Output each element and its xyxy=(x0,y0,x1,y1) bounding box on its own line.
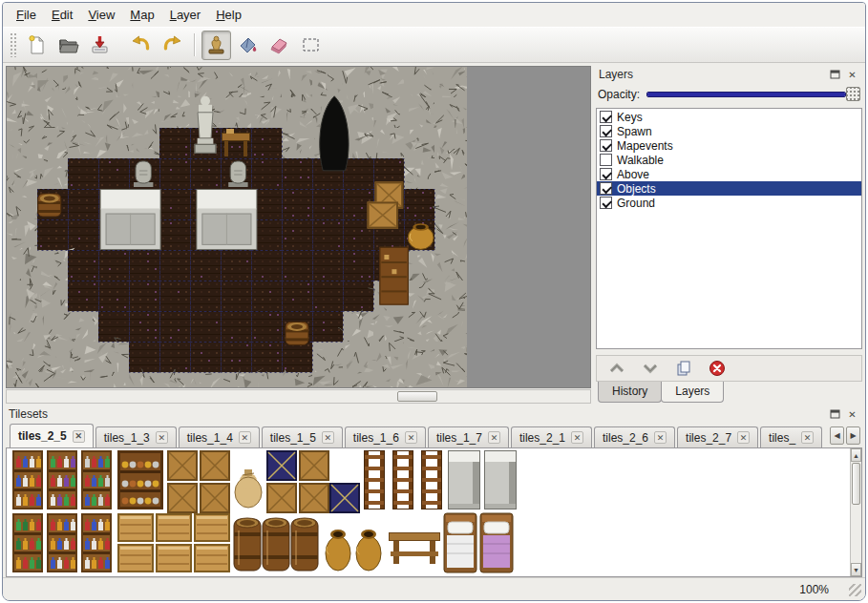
layer-visibility-checkbox[interactable] xyxy=(600,125,612,137)
horizontal-scrollbar-thumb[interactable] xyxy=(397,391,437,402)
tileset-tab-tiles_1_3[interactable]: tiles_1_3✕ xyxy=(95,426,177,447)
tab-close-icon[interactable]: ✕ xyxy=(239,431,251,444)
tileset-tab-tiles_1_4[interactable]: tiles_1_4✕ xyxy=(179,426,260,447)
tileset-tabs: tiles_2_5✕tiles_1_3✕tiles_1_4✕tiles_1_5✕… xyxy=(10,423,824,447)
tileset-tab-tiles_[interactable]: tiles_✕ xyxy=(760,426,822,447)
save-map-button[interactable] xyxy=(85,31,115,60)
raise-layer-button[interactable] xyxy=(606,358,627,379)
new-map-button[interactable] xyxy=(22,31,52,60)
menu-item-map[interactable]: Map xyxy=(122,5,161,25)
layer-row-keys[interactable]: Keys xyxy=(597,110,861,124)
map-viewport xyxy=(6,66,591,388)
tileset-tabbar: tiles_2_5✕tiles_1_3✕tiles_1_4✕tiles_1_5✕… xyxy=(6,423,862,448)
save-icon xyxy=(89,34,111,56)
tab-close-icon[interactable]: ✕ xyxy=(156,431,168,444)
tab-close-icon[interactable]: ✕ xyxy=(322,431,334,444)
lower-icon xyxy=(641,359,660,378)
tileset-tab-tiles_1_5[interactable]: tiles_1_5✕ xyxy=(262,426,343,447)
layers-panel-float-button[interactable] xyxy=(828,68,842,81)
tab-close-icon[interactable]: ✕ xyxy=(571,431,583,444)
delete-layer-button[interactable] xyxy=(707,358,728,379)
dock-tab-layers[interactable]: Layers xyxy=(661,382,724,403)
tileset-canvas[interactable] xyxy=(7,448,850,575)
stamp-tool-icon xyxy=(205,34,227,56)
layer-visibility-checkbox[interactable] xyxy=(600,182,612,195)
layers-panel-close-button[interactable]: ✕ xyxy=(845,68,859,81)
opacity-label: Opacity: xyxy=(598,88,640,101)
opacity-row: Opacity: xyxy=(596,83,862,108)
layer-visibility-checkbox[interactable] xyxy=(600,139,612,152)
layer-list: KeysSpawnMapeventsWalkableAboveObjectsGr… xyxy=(596,108,862,349)
tileset-tab-tiles_1_6[interactable]: tiles_1_6✕ xyxy=(345,426,426,447)
opacity-slider-handle[interactable] xyxy=(846,87,860,101)
toolbar-drag-handle[interactable] xyxy=(10,32,17,57)
tileset-tab-tiles_1_7[interactable]: tiles_1_7✕ xyxy=(428,426,509,447)
select-tool-icon xyxy=(300,34,322,56)
layer-name: Above xyxy=(617,168,649,181)
tab-close-icon[interactable]: ✕ xyxy=(654,431,667,444)
menubar: FileEditViewMapLayerHelp xyxy=(3,3,865,27)
dock-tab-history[interactable]: History xyxy=(598,382,662,403)
tab-close-icon[interactable]: ✕ xyxy=(73,430,85,443)
layer-row-ground[interactable]: Ground xyxy=(597,196,861,210)
tileset-tab-tiles_2_7[interactable]: tiles_2_7✕ xyxy=(677,426,758,447)
layer-row-spawn[interactable]: Spawn xyxy=(597,124,861,138)
menu-item-edit[interactable]: Edit xyxy=(44,5,80,25)
vertical-scrollbar-track[interactable] xyxy=(851,462,861,563)
duplicate-layer-button[interactable] xyxy=(673,358,694,379)
opacity-slider[interactable] xyxy=(646,87,860,101)
select-tool-button[interactable] xyxy=(296,31,326,60)
layer-visibility-checkbox[interactable] xyxy=(600,197,612,209)
menu-item-file[interactable]: File xyxy=(9,5,44,25)
layer-row-walkable[interactable]: Walkable xyxy=(597,153,861,167)
menu-item-layer[interactable]: Layer xyxy=(162,5,209,25)
tileset-tab-label: tiles_1_6 xyxy=(353,431,399,445)
vertical-scrollbar-thumb[interactable] xyxy=(852,463,860,505)
fill-tool-button[interactable] xyxy=(233,31,263,60)
tab-scroll-right-button[interactable]: ▶ xyxy=(846,426,860,445)
tab-scroll-buttons: ◀▶ xyxy=(824,426,862,447)
lower-layer-button[interactable] xyxy=(640,358,661,379)
tilesets-panel-title: Tilesets xyxy=(9,407,825,421)
layer-name: Objects xyxy=(617,182,656,196)
tileset-tab-tiles_2_5[interactable]: tiles_2_5✕ xyxy=(10,424,94,447)
map-canvas[interactable] xyxy=(7,67,467,388)
undo-button[interactable] xyxy=(126,31,156,60)
map-horizontal-scrollbar[interactable] xyxy=(6,389,591,404)
layer-row-mapevents[interactable]: Mapevents xyxy=(597,138,861,153)
layer-visibility-checkbox[interactable] xyxy=(600,168,612,180)
tileset-vertical-scrollbar[interactable]: ▲ ▼ xyxy=(850,448,861,576)
open-map-button[interactable] xyxy=(53,31,83,60)
tab-close-icon[interactable]: ✕ xyxy=(737,431,750,444)
tilesets-panel-close-button[interactable]: ✕ xyxy=(845,407,859,421)
scroll-down-button[interactable]: ▼ xyxy=(851,563,861,576)
tab-close-icon[interactable]: ✕ xyxy=(801,431,814,444)
layer-row-above[interactable]: Above xyxy=(597,167,861,181)
tab-close-icon[interactable]: ✕ xyxy=(488,431,500,444)
layer-visibility-checkbox[interactable] xyxy=(600,111,612,123)
menu-item-help[interactable]: Help xyxy=(208,5,249,25)
scroll-up-button[interactable]: ▲ xyxy=(851,448,861,462)
layer-name: Keys xyxy=(617,111,643,124)
resize-grip[interactable] xyxy=(849,584,861,596)
tilesets-panel-titlebar: Tilesets ✕ xyxy=(6,405,862,423)
float-icon xyxy=(830,70,840,79)
tab-scroll-left-button[interactable]: ◀ xyxy=(830,426,844,445)
tileset-tab-tiles_2_6[interactable]: tiles_2_6✕ xyxy=(594,426,675,447)
tileset-tab-label: tiles_2_6 xyxy=(603,431,648,445)
redo-button[interactable] xyxy=(158,31,187,60)
stamp-tool-button[interactable] xyxy=(201,31,231,60)
eraser-tool-button[interactable] xyxy=(265,31,294,60)
dock-tabs: HistoryLayers xyxy=(596,382,862,404)
layer-row-objects[interactable]: Objects xyxy=(597,181,861,196)
eraser-tool-icon xyxy=(268,34,290,56)
tab-close-icon[interactable]: ✕ xyxy=(405,431,417,444)
menu-item-view[interactable]: View xyxy=(80,5,122,25)
tilesets-panel-float-button[interactable] xyxy=(828,407,842,421)
zoom-level: 100% xyxy=(799,583,829,596)
layer-visibility-checkbox[interactable] xyxy=(600,154,612,166)
tileset-tab-tiles_2_1[interactable]: tiles_2_1✕ xyxy=(511,426,592,447)
opacity-slider-track[interactable] xyxy=(646,92,846,97)
tileset-tab-label: tiles_2_1 xyxy=(519,431,565,445)
main-area: Layers ✕ Opacity: KeysSpawnMapeventsWalk… xyxy=(3,63,865,404)
